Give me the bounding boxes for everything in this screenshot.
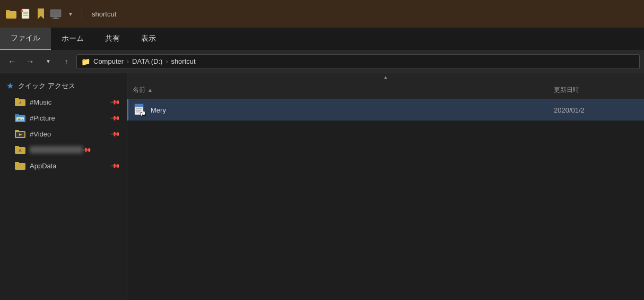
address-drive: DATA (D:)	[132, 57, 162, 65]
appdata-folder-icon	[15, 160, 25, 171]
back-button[interactable]: ←	[4, 54, 20, 70]
dropdown-button[interactable]: ▼	[40, 54, 56, 70]
music-label: #Music	[30, 98, 111, 106]
nav-bar: ← → ▼ ↑ 📁 Computer › DATA (D:) › shortcu…	[0, 50, 644, 73]
sidebar-item-video[interactable]: #Video 📌	[0, 126, 127, 142]
pin-icon-blurred: 📌	[81, 144, 92, 156]
pin-icon-picture: 📌	[110, 113, 121, 124]
file-name: Mery	[151, 106, 166, 114]
menu-file[interactable]: ファイル	[0, 28, 51, 50]
bookmark-icon	[35, 8, 47, 20]
music-folder-icon: ♪	[15, 97, 25, 107]
forward-button[interactable]: →	[22, 54, 38, 70]
sort-arrow: ▲	[147, 87, 153, 93]
file-row[interactable]: Mery 2020/01/2	[127, 99, 644, 121]
svg-rect-5	[21, 10, 23, 12]
svg-rect-20	[15, 130, 19, 132]
separator	[82, 6, 82, 21]
menu-bar: ファイル ホーム 共有 表示	[0, 28, 644, 50]
blurred-label	[30, 146, 83, 153]
svg-rect-32	[136, 112, 140, 113]
svg-rect-2	[6, 10, 10, 12]
shortcut-file-icon	[134, 104, 146, 116]
blurred-folder-icon: A	[15, 144, 25, 155]
folder-icon	[5, 8, 17, 20]
menu-view[interactable]: 表示	[130, 28, 167, 50]
svg-rect-27	[15, 162, 19, 164]
address-folder-icon: 📁	[81, 57, 90, 66]
svg-rect-16	[15, 114, 19, 116]
file-list: ▲ 名前 ▲ 更新日時	[127, 73, 644, 300]
col-header-name[interactable]: 名前 ▲	[127, 83, 549, 97]
address-bar[interactable]: 📁 Computer › DATA (D:) › shortcut	[76, 54, 640, 69]
up-button[interactable]: ↑	[58, 54, 74, 70]
pin-icon-music: 📌	[110, 97, 121, 108]
menu-share[interactable]: 共有	[94, 28, 130, 50]
window-title: shortcut	[92, 10, 116, 18]
dropdown-arrow-icon[interactable]: ▼	[65, 8, 76, 20]
picture-folder-icon	[15, 113, 25, 123]
picture-label: #Picture	[30, 114, 111, 122]
menu-home[interactable]: ホーム	[51, 28, 94, 50]
main-content: ★ クイック アクセス ♪ #Music 📌	[0, 73, 644, 300]
monitor-icon	[50, 8, 62, 20]
quick-access-header: ★ クイック アクセス	[0, 78, 127, 94]
file-name-cell: Mery	[128, 101, 549, 118]
file-date-cell: 2020/01/2	[549, 104, 644, 116]
appdata-label: AppData	[30, 162, 111, 170]
pin-icon-appdata: 📌	[110, 160, 121, 172]
address-current: shortcut	[171, 57, 195, 65]
svg-text:♪: ♪	[19, 100, 22, 105]
svg-rect-31	[136, 110, 141, 111]
sidebar-item-blurred[interactable]: A 📌	[0, 142, 127, 158]
note-icon	[20, 8, 32, 20]
address-computer: Computer	[93, 57, 124, 65]
video-label: #Video	[30, 130, 111, 138]
col-header-date[interactable]: 更新日時	[549, 83, 644, 97]
video-folder-icon	[15, 128, 25, 139]
address-sep-1: ›	[127, 58, 129, 65]
svg-rect-29	[135, 104, 143, 107]
svg-rect-30	[136, 108, 142, 109]
svg-text:A: A	[19, 148, 22, 153]
svg-rect-9	[50, 10, 61, 17]
sidebar-item-picture[interactable]: #Picture 📌	[0, 110, 127, 126]
file-date: 2020/01/2	[554, 106, 585, 114]
quick-access-label: クイック アクセス	[18, 81, 75, 91]
star-icon: ★	[6, 81, 14, 91]
title-bar: ▼ shortcut	[0, 0, 644, 28]
address-sep-2: ›	[166, 58, 168, 65]
sidebar: ★ クイック アクセス ♪ #Music 📌	[0, 73, 127, 300]
sort-up-arrow: ▲	[383, 74, 388, 80]
file-list-header: 名前 ▲ 更新日時	[127, 81, 644, 99]
sidebar-item-music[interactable]: ♪ #Music 📌	[0, 94, 127, 110]
svg-rect-11	[53, 18, 59, 19]
sidebar-item-appdata[interactable]: AppData 📌	[0, 158, 127, 174]
pin-icon-video: 📌	[110, 128, 121, 140]
